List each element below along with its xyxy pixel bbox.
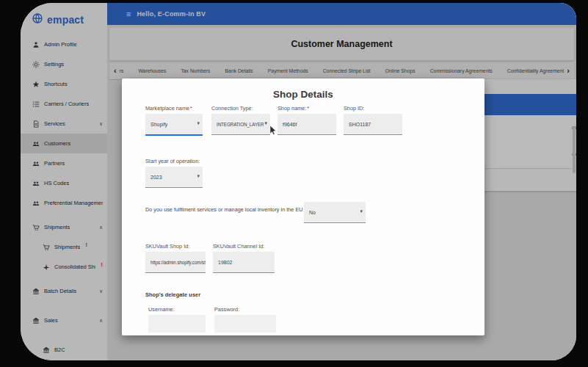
caret-down-icon: ▾ [264, 120, 267, 126]
shop-details-modal: Shop Details Marketplace name* Shopify ▾… [122, 79, 484, 335]
shop-id-input[interactable]: SHO1187 [344, 114, 402, 135]
password-input[interactable] [214, 315, 276, 333]
start-year-select[interactable]: 2023 ▾ [145, 167, 203, 188]
username-label: Username: [148, 306, 206, 313]
connection-type-select[interactable]: INTEGRATION_LAYER ▾ [211, 114, 270, 135]
app-window: empact Admin ProfileSettingsShortcutsCar… [21, 3, 576, 360]
fulfilment-select[interactable]: No ▾ [304, 202, 366, 223]
skuvault-shop-id-label: SKUVault Shop Id: [145, 243, 206, 250]
shop-id-label: Shop ID: [344, 105, 402, 112]
start-year-label: Start year of operation: [145, 158, 203, 164]
caret-down-icon: ▾ [197, 120, 200, 126]
caret-down-icon: ▾ [197, 173, 200, 179]
skuvault-channel-id-label: SKUVault Channel Id: [213, 243, 275, 250]
skuvault-shop-id-input[interactable]: https://admin.shopify.com/st [145, 252, 206, 273]
caret-down-icon: ▾ [360, 208, 363, 214]
marketplace-name-label: Marketplace name* [145, 105, 203, 112]
marketplace-name-select[interactable]: Shopify ▾ [145, 114, 203, 136]
password-label: Password: [214, 306, 276, 313]
skuvault-channel-id-input[interactable]: 19802 [213, 252, 275, 273]
screen: empact Admin ProfileSettingsShortcutsCar… [0, 0, 588, 367]
delegate-user-heading: Shop's delegate user [145, 291, 200, 298]
username-input[interactable] [148, 315, 206, 333]
shop-name-input[interactable]: f9646f [277, 114, 336, 135]
connection-type-label: Connection Type: [211, 105, 270, 112]
shop-name-label: Shop name:* [277, 105, 336, 112]
modal-title: Shop Details [122, 89, 484, 100]
